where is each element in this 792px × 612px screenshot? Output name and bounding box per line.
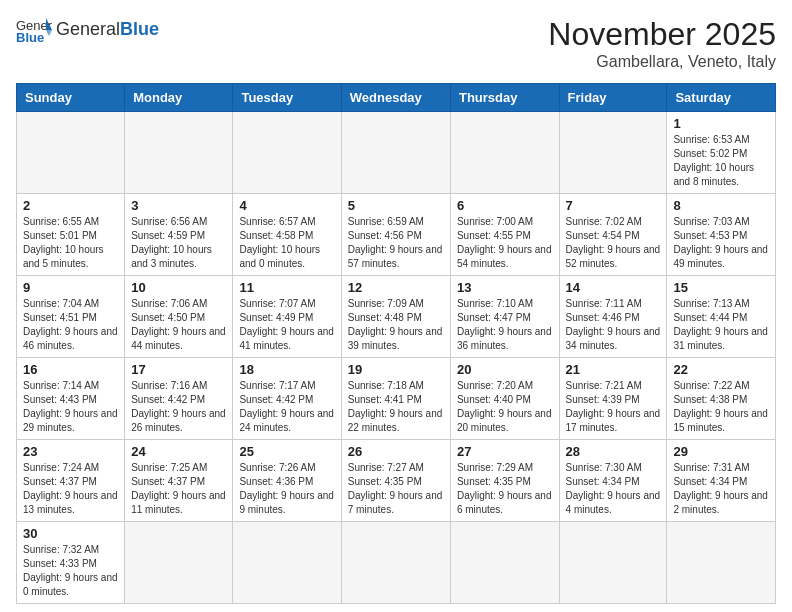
calendar-cell: 27Sunrise: 7:29 AM Sunset: 4:35 PM Dayli…	[450, 440, 559, 522]
day-number: 15	[673, 280, 769, 295]
calendar-cell	[341, 522, 450, 604]
calendar-cell: 21Sunrise: 7:21 AM Sunset: 4:39 PM Dayli…	[559, 358, 667, 440]
calendar-cell	[450, 522, 559, 604]
day-number: 25	[239, 444, 334, 459]
logo-general-text: General	[56, 19, 120, 39]
logo: General Blue GeneralBlue	[16, 16, 159, 44]
calendar-cell: 17Sunrise: 7:16 AM Sunset: 4:42 PM Dayli…	[125, 358, 233, 440]
day-info: Sunrise: 7:06 AM Sunset: 4:50 PM Dayligh…	[131, 297, 226, 353]
day-info: Sunrise: 7:27 AM Sunset: 4:35 PM Dayligh…	[348, 461, 444, 517]
svg-text:Blue: Blue	[16, 30, 44, 44]
logo-icon: General Blue	[16, 16, 52, 44]
calendar-cell: 7Sunrise: 7:02 AM Sunset: 4:54 PM Daylig…	[559, 194, 667, 276]
calendar-cell: 15Sunrise: 7:13 AM Sunset: 4:44 PM Dayli…	[667, 276, 776, 358]
day-info: Sunrise: 7:16 AM Sunset: 4:42 PM Dayligh…	[131, 379, 226, 435]
day-info: Sunrise: 7:30 AM Sunset: 4:34 PM Dayligh…	[566, 461, 661, 517]
day-number: 29	[673, 444, 769, 459]
day-number: 26	[348, 444, 444, 459]
day-info: Sunrise: 6:56 AM Sunset: 4:59 PM Dayligh…	[131, 215, 226, 271]
day-number: 19	[348, 362, 444, 377]
day-number: 17	[131, 362, 226, 377]
day-number: 3	[131, 198, 226, 213]
week-row-4: 16Sunrise: 7:14 AM Sunset: 4:43 PM Dayli…	[17, 358, 776, 440]
day-info: Sunrise: 7:09 AM Sunset: 4:48 PM Dayligh…	[348, 297, 444, 353]
calendar-cell: 12Sunrise: 7:09 AM Sunset: 4:48 PM Dayli…	[341, 276, 450, 358]
day-info: Sunrise: 7:21 AM Sunset: 4:39 PM Dayligh…	[566, 379, 661, 435]
day-info: Sunrise: 7:31 AM Sunset: 4:34 PM Dayligh…	[673, 461, 769, 517]
calendar-cell: 28Sunrise: 7:30 AM Sunset: 4:34 PM Dayli…	[559, 440, 667, 522]
day-info: Sunrise: 7:02 AM Sunset: 4:54 PM Dayligh…	[566, 215, 661, 271]
day-info: Sunrise: 7:32 AM Sunset: 4:33 PM Dayligh…	[23, 543, 118, 599]
day-info: Sunrise: 7:10 AM Sunset: 4:47 PM Dayligh…	[457, 297, 553, 353]
day-info: Sunrise: 6:53 AM Sunset: 5:02 PM Dayligh…	[673, 133, 769, 189]
day-number: 20	[457, 362, 553, 377]
day-number: 9	[23, 280, 118, 295]
day-number: 1	[673, 116, 769, 131]
calendar-cell: 25Sunrise: 7:26 AM Sunset: 4:36 PM Dayli…	[233, 440, 341, 522]
weekday-header-saturday: Saturday	[667, 84, 776, 112]
weekday-header-row: SundayMondayTuesdayWednesdayThursdayFrid…	[17, 84, 776, 112]
weekday-header-thursday: Thursday	[450, 84, 559, 112]
day-info: Sunrise: 7:13 AM Sunset: 4:44 PM Dayligh…	[673, 297, 769, 353]
calendar-cell: 5Sunrise: 6:59 AM Sunset: 4:56 PM Daylig…	[341, 194, 450, 276]
calendar-cell: 11Sunrise: 7:07 AM Sunset: 4:49 PM Dayli…	[233, 276, 341, 358]
day-info: Sunrise: 7:17 AM Sunset: 4:42 PM Dayligh…	[239, 379, 334, 435]
calendar-table: SundayMondayTuesdayWednesdayThursdayFrid…	[16, 83, 776, 604]
title-area: November 2025 Gambellara, Veneto, Italy	[548, 16, 776, 71]
calendar-cell: 20Sunrise: 7:20 AM Sunset: 4:40 PM Dayli…	[450, 358, 559, 440]
day-number: 22	[673, 362, 769, 377]
location-title: Gambellara, Veneto, Italy	[548, 53, 776, 71]
calendar-cell: 23Sunrise: 7:24 AM Sunset: 4:37 PM Dayli…	[17, 440, 125, 522]
day-info: Sunrise: 7:25 AM Sunset: 4:37 PM Dayligh…	[131, 461, 226, 517]
day-number: 12	[348, 280, 444, 295]
calendar-cell	[125, 522, 233, 604]
calendar-cell: 2Sunrise: 6:55 AM Sunset: 5:01 PM Daylig…	[17, 194, 125, 276]
week-row-2: 2Sunrise: 6:55 AM Sunset: 5:01 PM Daylig…	[17, 194, 776, 276]
day-number: 14	[566, 280, 661, 295]
calendar-cell: 8Sunrise: 7:03 AM Sunset: 4:53 PM Daylig…	[667, 194, 776, 276]
day-number: 2	[23, 198, 118, 213]
calendar-cell: 14Sunrise: 7:11 AM Sunset: 4:46 PM Dayli…	[559, 276, 667, 358]
day-info: Sunrise: 7:24 AM Sunset: 4:37 PM Dayligh…	[23, 461, 118, 517]
day-number: 4	[239, 198, 334, 213]
day-number: 5	[348, 198, 444, 213]
day-number: 16	[23, 362, 118, 377]
day-info: Sunrise: 7:03 AM Sunset: 4:53 PM Dayligh…	[673, 215, 769, 271]
weekday-header-sunday: Sunday	[17, 84, 125, 112]
day-info: Sunrise: 7:14 AM Sunset: 4:43 PM Dayligh…	[23, 379, 118, 435]
day-info: Sunrise: 7:18 AM Sunset: 4:41 PM Dayligh…	[348, 379, 444, 435]
calendar-cell: 22Sunrise: 7:22 AM Sunset: 4:38 PM Dayli…	[667, 358, 776, 440]
day-info: Sunrise: 7:07 AM Sunset: 4:49 PM Dayligh…	[239, 297, 334, 353]
week-row-5: 23Sunrise: 7:24 AM Sunset: 4:37 PM Dayli…	[17, 440, 776, 522]
calendar-cell: 4Sunrise: 6:57 AM Sunset: 4:58 PM Daylig…	[233, 194, 341, 276]
calendar-cell: 30Sunrise: 7:32 AM Sunset: 4:33 PM Dayli…	[17, 522, 125, 604]
day-number: 23	[23, 444, 118, 459]
calendar-cell	[341, 112, 450, 194]
calendar-cell: 9Sunrise: 7:04 AM Sunset: 4:51 PM Daylig…	[17, 276, 125, 358]
calendar-cell	[233, 522, 341, 604]
calendar-cell	[125, 112, 233, 194]
day-number: 13	[457, 280, 553, 295]
logo-blue-text: Blue	[120, 19, 159, 39]
day-info: Sunrise: 7:04 AM Sunset: 4:51 PM Dayligh…	[23, 297, 118, 353]
calendar-cell	[233, 112, 341, 194]
week-row-3: 9Sunrise: 7:04 AM Sunset: 4:51 PM Daylig…	[17, 276, 776, 358]
day-info: Sunrise: 7:20 AM Sunset: 4:40 PM Dayligh…	[457, 379, 553, 435]
calendar-cell: 1Sunrise: 6:53 AM Sunset: 5:02 PM Daylig…	[667, 112, 776, 194]
calendar-cell	[450, 112, 559, 194]
day-info: Sunrise: 7:29 AM Sunset: 4:35 PM Dayligh…	[457, 461, 553, 517]
day-number: 7	[566, 198, 661, 213]
day-number: 21	[566, 362, 661, 377]
day-number: 27	[457, 444, 553, 459]
weekday-header-friday: Friday	[559, 84, 667, 112]
month-title: November 2025	[548, 16, 776, 53]
day-number: 6	[457, 198, 553, 213]
calendar-cell: 24Sunrise: 7:25 AM Sunset: 4:37 PM Dayli…	[125, 440, 233, 522]
weekday-header-monday: Monday	[125, 84, 233, 112]
svg-marker-3	[46, 30, 52, 36]
day-info: Sunrise: 7:22 AM Sunset: 4:38 PM Dayligh…	[673, 379, 769, 435]
day-info: Sunrise: 6:59 AM Sunset: 4:56 PM Dayligh…	[348, 215, 444, 271]
day-info: Sunrise: 6:55 AM Sunset: 5:01 PM Dayligh…	[23, 215, 118, 271]
week-row-1: 1Sunrise: 6:53 AM Sunset: 5:02 PM Daylig…	[17, 112, 776, 194]
calendar-cell: 6Sunrise: 7:00 AM Sunset: 4:55 PM Daylig…	[450, 194, 559, 276]
